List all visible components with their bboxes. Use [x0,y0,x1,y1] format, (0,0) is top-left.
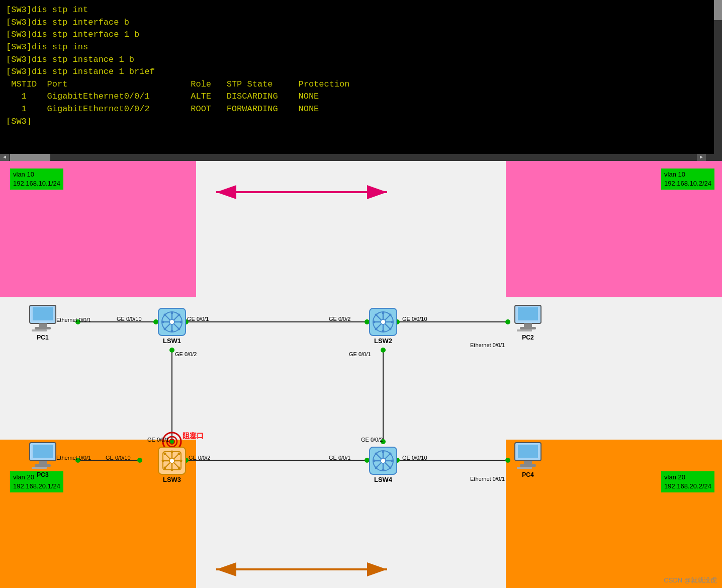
lsw2-body [369,308,397,336]
pc4-label: PC4 [522,471,533,478]
lsw3-label: LSW3 [163,476,181,483]
lsw2-switch: LSW2 [369,308,397,345]
svg-point-90 [164,453,166,455]
svg-point-77 [389,328,392,330]
svg-point-89 [180,460,183,462]
terminal-line-4: [SW3]dis stp ins [6,41,716,54]
lsw2-label: LSW2 [374,337,392,345]
horizontal-scrollbar-thumb[interactable] [10,154,50,161]
svg-point-58 [171,312,173,314]
lsw1-port-bottom: GE 0/0/2 [175,351,197,357]
pc4-port-label: Ethernet 0/0/1 [470,476,505,482]
svg-point-79 [375,328,378,330]
scroll-left-arrow[interactable]: ◀ [0,154,9,161]
svg-rect-39 [518,307,538,320]
region-center [196,161,506,588]
lsw3-port-right: GE 0/0/2 [189,455,210,461]
svg-point-64 [178,314,180,316]
lsw2-port-bottom: GE 0/0/1 [349,351,371,357]
svg-point-106 [389,453,392,455]
svg-rect-45 [39,461,47,464]
svg-point-105 [389,467,392,469]
lsw1-switch: LSW1 [158,308,186,345]
terminal-window: [SW3]dis stp int [SW3]dis stp interface … [0,0,722,161]
terminal-line-1: [SW3]dis stp int [6,4,716,17]
svg-point-104 [375,453,378,455]
pc3-label: PC3 [37,471,48,478]
pc2-port-label: Ethernet 0/0/1 [470,342,505,348]
svg-rect-37 [32,329,47,331]
pc3-port-label: Ethernet 0/0/1 [56,455,91,461]
svg-point-63 [178,328,180,330]
lsw3-port-top: GE 0/0/1 [147,437,169,443]
svg-rect-47 [32,467,47,469]
pc2-icon: PC2 [513,304,543,341]
svg-point-65 [164,328,166,330]
svg-rect-42 [517,329,532,331]
svg-point-103 [391,460,394,462]
terminal-line-5: [SW3]dis stp instance 1 b [6,54,716,66]
svg-point-92 [178,453,180,455]
svg-point-102 [373,460,376,462]
svg-point-108 [381,458,386,463]
vertical-scrollbar[interactable] [714,0,722,161]
svg-rect-51 [520,464,536,467]
terminal-col-header: MSTID Port Role STP State Protection [6,78,716,91]
svg-rect-49 [518,445,538,458]
lsw4-port-right: GE 0/0/10 [402,455,427,461]
vertical-scrollbar-thumb[interactable] [714,0,722,20]
svg-rect-35 [39,323,47,327]
pc3-icon: PC3 [28,442,58,478]
lsw2-port-left: GE 0/0/2 [329,316,350,322]
lsw1-port-right: GE 0/0/1 [187,316,209,322]
terminal-line-6: [SW3]dis stp instance 1 brief [6,66,716,78]
lsw4-port-top: GE 0/0/2 [361,437,383,443]
svg-point-88 [162,460,164,462]
svg-point-73 [382,330,385,332]
blocked-port-label: 阻塞口 [183,432,204,441]
pc1-label: PC1 [37,334,48,341]
svg-point-107 [375,467,378,469]
svg-point-60 [162,321,164,323]
pc2-label: PC2 [522,334,533,341]
vlan-label-bottom-right: vlan 20192.168.20.2/24 [661,471,714,492]
svg-point-94 [169,458,174,463]
svg-point-66 [169,319,174,324]
pc4-icon: PC4 [513,442,543,478]
svg-point-78 [389,314,392,316]
svg-point-74 [373,321,376,323]
lsw3-port-left: GE 0/0/10 [106,455,131,461]
terminal-row-1: 1 GigabitEthernet0/0/1 ALTE DISCARDING N… [6,91,716,103]
vlan-label-top-left: vlan 10192.168.10.1/24 [10,169,63,190]
lsw1-label: LSW1 [163,337,181,345]
svg-rect-41 [520,327,536,329]
svg-point-80 [381,319,386,324]
lsw1-body [158,308,186,336]
network-diagram: vlan 10192.168.10.1/24 vlan 10192.168.10… [0,161,722,588]
svg-point-61 [180,321,183,323]
terminal-line-3: [SW3]dis stp interface 1 b [6,29,716,41]
pc1-icon: PC1 [28,304,58,341]
lsw4-port-left: GE 0/0/1 [329,455,350,461]
svg-rect-44 [33,445,53,458]
svg-rect-40 [524,323,532,327]
svg-rect-52 [517,467,532,469]
terminal-line-2: [SW3]dis stp interface b [6,17,716,29]
scroll-right-arrow[interactable]: ▶ [697,154,706,161]
lsw3-body [158,447,186,475]
svg-point-19 [505,319,510,324]
svg-rect-46 [35,464,51,467]
horizontal-scrollbar[interactable]: ◀ ▶ [0,154,714,161]
terminal-row-2: 1 GigabitEthernet0/0/2 ROOT FORWARDING N… [6,103,716,116]
svg-point-101 [382,469,385,471]
svg-point-100 [382,451,385,453]
svg-point-76 [375,314,378,316]
lsw4-label: LSW4 [374,476,392,483]
svg-rect-36 [35,327,51,329]
vlan-label-top-right: vlan 10192.168.10.2/24 [661,169,714,190]
svg-point-87 [171,469,173,471]
svg-rect-34 [33,307,53,320]
svg-point-91 [178,467,180,469]
terminal-prompt: [SW3] [6,116,716,128]
svg-point-20 [169,348,174,353]
